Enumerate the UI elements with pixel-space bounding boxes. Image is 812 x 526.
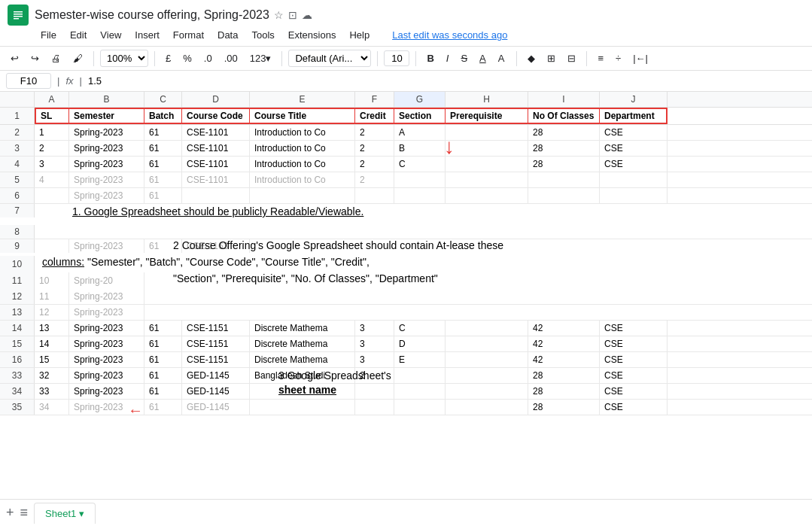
cell-f35[interactable] [355,400,394,415]
cell-c34[interactable]: 61 [144,384,182,399]
col-header-e[interactable]: E [250,92,355,107]
menu-tools[interactable]: Tools [245,27,280,43]
cell-b13[interactable]: Spring-2023 [69,305,144,320]
col-header-g[interactable]: G [394,92,446,107]
cell-h3[interactable] [446,141,528,156]
cell-d34[interactable]: GED-1145 [182,384,250,399]
cell-i14[interactable]: 42 [528,321,600,336]
col-header-d[interactable]: D [182,92,250,107]
menu-data[interactable]: Data [211,27,244,43]
cell-e5[interactable]: Introduction to Co [250,172,355,187]
cell-h4[interactable] [446,157,528,172]
bold-button[interactable]: B [422,51,438,65]
col-header-f[interactable]: F [355,92,394,107]
cell-i16[interactable]: 42 [528,352,600,367]
sheet-menu-button[interactable]: ≡ [20,505,29,521]
cell-j6[interactable] [600,188,668,203]
cell-g3[interactable]: B [394,141,446,156]
cell-h5[interactable] [446,172,528,187]
underline-button[interactable]: A [475,51,491,65]
cell-f14[interactable]: 3 [355,321,394,336]
cell-e1[interactable]: Course Title [250,108,355,124]
cell-j33[interactable]: CSE [600,368,668,383]
cell-j34[interactable]: CSE [600,384,668,399]
sheet-tab-dropdown-icon[interactable]: ▾ [79,508,84,519]
cell-a14[interactable]: 13 [35,321,69,336]
cell-c3[interactable]: 61 [144,141,182,156]
drive-icon[interactable]: ⊡ [288,9,297,21]
cell-c6[interactable]: 61 [144,188,182,203]
cell-e16[interactable]: Discrete Mathema [250,352,355,367]
decimal00-button[interactable]: .00 [220,51,242,65]
cell-b11[interactable]: Spring-20 [69,272,144,289]
col-header-b[interactable]: B [69,92,144,107]
cell-i15[interactable]: 42 [528,336,600,351]
cell-b1[interactable]: Semester [69,108,144,124]
cell-c14[interactable]: 61 [144,321,182,336]
cell-h34[interactable] [446,384,528,399]
cell-j4[interactable]: CSE [600,157,668,172]
cell-d3[interactable]: CSE-1101 [182,141,250,156]
currency-button[interactable]: £ [161,51,175,65]
cell-g5[interactable] [394,172,446,187]
cell-b16[interactable]: Spring-2023 [69,352,144,367]
cell-b3[interactable]: Spring-2023 [69,141,144,156]
cell-i4[interactable]: 28 [528,157,600,172]
menu-edit[interactable]: Edit [64,27,93,43]
cell-b6[interactable]: Spring-2023 [69,188,144,203]
cell-f15[interactable]: 3 [355,336,394,351]
cell-f4[interactable]: 2 [355,157,394,172]
cell-c15[interactable]: 61 [144,336,182,351]
cell-h1[interactable]: Prerequisite [446,108,528,124]
cell-h2[interactable] [446,125,528,140]
font-size-input[interactable] [384,50,409,66]
cell-f2[interactable]: 2 [355,125,394,140]
paint-format-button[interactable]: 🖌 [68,51,87,65]
print-button[interactable]: 🖨 [47,51,65,65]
cell-b12[interactable]: Spring-2023 [69,289,144,304]
cell-d2[interactable]: CSE-1101 [182,125,250,140]
cell-h15[interactable] [446,336,528,351]
cell-e3[interactable]: Introduction to Co [250,141,355,156]
cell-d16[interactable]: CSE-1151 [182,352,250,367]
cell-ref-input[interactable]: F10 [6,73,51,89]
cell-a11[interactable]: 10 [35,272,69,289]
col-header-h[interactable]: H [446,92,528,107]
cell-j35[interactable]: CSE [600,400,668,415]
cell-a2[interactable]: 1 [35,125,69,140]
cell-j5[interactable] [600,172,668,187]
cell-g14[interactable]: C [394,321,446,336]
cell-f6[interactable] [355,188,394,203]
cell-f1[interactable]: Credit [355,108,394,124]
cell-i5[interactable] [528,172,600,187]
cell-e35[interactable] [250,400,355,415]
cell-d4[interactable]: CSE-1101 [182,157,250,172]
cell-e2[interactable]: Introduction to Co [250,125,355,140]
cell-b14[interactable]: Spring-2023 [69,321,144,336]
cell-i1[interactable]: No Of Classes [528,108,600,124]
cell-b15[interactable]: Spring-2023 [69,336,144,351]
cell-d33[interactable]: GED-1145 [182,368,250,383]
cell-c4[interactable]: 61 [144,157,182,172]
add-sheet-button[interactable]: + [6,505,14,521]
menu-extensions[interactable]: Extensions [282,27,342,43]
cell-g6[interactable] [394,188,446,203]
sheet-tab-1[interactable]: Sheet1 ▾ [34,503,96,524]
cell-j2[interactable]: CSE [600,125,668,140]
wrap-button[interactable]: |←| [628,51,652,65]
cell-b9[interactable]: Spring-2023 [69,239,144,253]
cell-h6[interactable] [446,188,528,203]
col-header-i[interactable]: I [528,92,600,107]
cell-j15[interactable]: CSE [600,336,668,351]
cell-i6[interactable] [528,188,600,203]
cell-d5[interactable]: CSE-1101 [182,172,250,187]
cell-c2[interactable]: 61 [144,125,182,140]
cell-f16[interactable]: 3 [355,352,394,367]
cell-d14[interactable]: CSE-1151 [182,321,250,336]
text-color-button[interactable]: A [494,51,511,65]
cell-g33[interactable] [394,368,446,383]
cell-j1[interactable]: Department [600,108,668,124]
cell-a35[interactable]: 34 [35,400,69,415]
menu-help[interactable]: Help [343,27,376,43]
col-header-c[interactable]: C [144,92,182,107]
